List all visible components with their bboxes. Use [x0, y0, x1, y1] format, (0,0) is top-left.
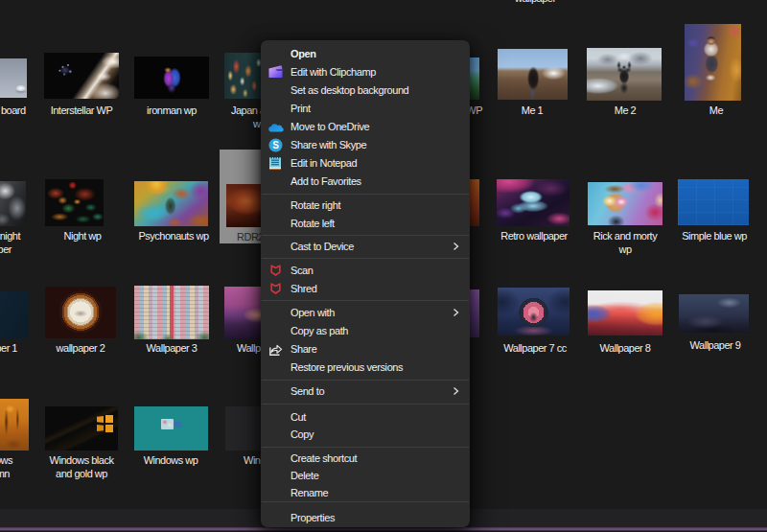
svg-text:S: S: [272, 140, 279, 150]
